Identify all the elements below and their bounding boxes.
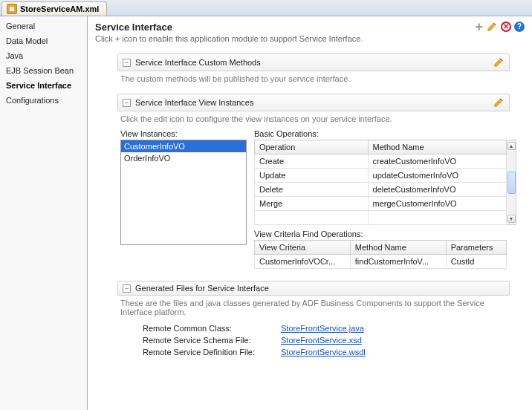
table-row[interactable] [255, 211, 507, 225]
section-desc: These are the files and java classes gen… [117, 296, 510, 318]
table-row[interactable]: MergemergeCustomerInfoVO [255, 197, 507, 211]
section-desc: The custom methods will be published to … [117, 71, 510, 85]
sidebar-item-datamodel[interactable]: Data Model [0, 33, 87, 48]
section-title: Service Interface Custom Methods [135, 58, 261, 67]
table-row[interactable]: DeletedeleteCustomerInfoVO [255, 183, 507, 197]
view-criteria-label: View Criteria Find Operations: [254, 230, 507, 238]
col-view-criteria[interactable]: View Criteria [255, 241, 351, 255]
table-header-row: Operation Method Name [255, 140, 507, 154]
gen-key: Remote Service Definition File: [143, 348, 276, 357]
generated-file-row: Remote Service Schema File: StoreFrontSe… [120, 334, 507, 346]
sidebar-item-service-interface[interactable]: Service Interface [0, 78, 87, 93]
sidebar-item-configurations[interactable]: Configurations [0, 93, 87, 108]
sidebar-item-general[interactable]: General [0, 19, 87, 33]
view-instances-list[interactable]: CustomerInfoVO OrderInfoVO [120, 140, 247, 245]
generated-file-row: Remote Service Definition File: StoreFro… [120, 346, 507, 358]
gen-key: Remote Service Schema File: [143, 336, 276, 345]
gen-key: Remote Common Class: [143, 324, 276, 333]
generated-file-row: Remote Common Class: StoreFrontService.j… [120, 322, 507, 334]
sidebar-item-java[interactable]: Java [0, 48, 87, 63]
delete-icon[interactable]: ✕ [501, 22, 511, 32]
file-tab[interactable]: StoreServiceAM.xml [1, 1, 107, 16]
section-custom-methods: − Service Interface Custom Methods The c… [117, 53, 510, 85]
table-header-row: View Criteria Method Name Parameters [255, 241, 507, 255]
col-parameters[interactable]: Parameters [446, 241, 506, 255]
scrollbar[interactable]: ▲ ▼ [507, 140, 516, 225]
collapse-icon[interactable]: − [123, 59, 131, 67]
table-row[interactable]: CreatecreateCustomerInfoVO [255, 154, 507, 169]
section-view-instances: − Service Interface View Instances Click… [117, 94, 510, 272]
section-desc: Click the edit icon to configure the vie… [117, 111, 510, 125]
collapse-icon[interactable]: − [123, 99, 131, 107]
section-generated-files: − Generated Files for Service Interface … [117, 281, 510, 361]
tab-bar: StoreServiceAM.xml [0, 0, 532, 16]
table-row[interactable]: CustomerInfoVOCr... findCustomerInfoV...… [255, 255, 507, 269]
col-method-name[interactable]: Method Name [350, 241, 446, 255]
section-title: Service Interface View Instances [135, 98, 253, 107]
edit-section-icon[interactable] [493, 56, 505, 68]
list-item[interactable]: OrderInfoVO [121, 152, 246, 164]
gen-link[interactable]: StoreFrontService.java [281, 324, 364, 333]
scroll-thumb[interactable] [507, 172, 516, 194]
collapse-icon[interactable]: − [123, 284, 131, 293]
help-icon[interactable]: ? [514, 22, 525, 32]
add-icon[interactable]: + [475, 22, 483, 32]
col-operation[interactable]: Operation [255, 140, 369, 154]
view-criteria-table[interactable]: View Criteria Method Name Parameters Cus… [254, 240, 507, 269]
edit-icon[interactable] [486, 21, 498, 33]
list-item[interactable]: CustomerInfoVO [121, 140, 246, 152]
section-header[interactable]: − Service Interface Custom Methods [117, 53, 510, 71]
page-actions: + ✕ ? [475, 21, 525, 33]
gen-link[interactable]: StoreFrontService.wsdl [281, 348, 366, 357]
scroll-down-icon[interactable]: ▼ [507, 215, 516, 223]
file-tab-label: StoreServiceAM.xml [20, 4, 99, 13]
view-instances-label: View Instances: [120, 129, 247, 138]
section-header[interactable]: − Generated Files for Service Interface [117, 281, 510, 296]
main-panel: Service Interface + ✕ ? Click + icon to … [88, 16, 532, 410]
appmodule-icon [7, 4, 17, 14]
section-header[interactable]: − Service Interface View Instances [117, 94, 510, 111]
table-row[interactable]: UpdateupdateCustomerInfoVO [255, 169, 507, 183]
section-title: Generated Files for Service Interface [135, 284, 269, 293]
scroll-up-icon[interactable]: ▲ [507, 142, 516, 150]
basic-operations-table[interactable]: Operation Method Name CreatecreateCustom… [254, 140, 507, 225]
col-method-name[interactable]: Method Name [368, 140, 506, 154]
sidebar: General Data Model Java EJB Session Bean… [0, 16, 88, 410]
basic-ops-label: Basic Operations: [254, 129, 507, 138]
gen-link[interactable]: StoreFrontService.xsd [281, 336, 362, 345]
sidebar-item-ejb[interactable]: EJB Session Bean [0, 63, 87, 78]
page-subtitle: Click + icon to enable this application … [95, 34, 525, 43]
page-title: Service Interface [95, 22, 172, 33]
edit-section-icon[interactable] [493, 97, 505, 108]
